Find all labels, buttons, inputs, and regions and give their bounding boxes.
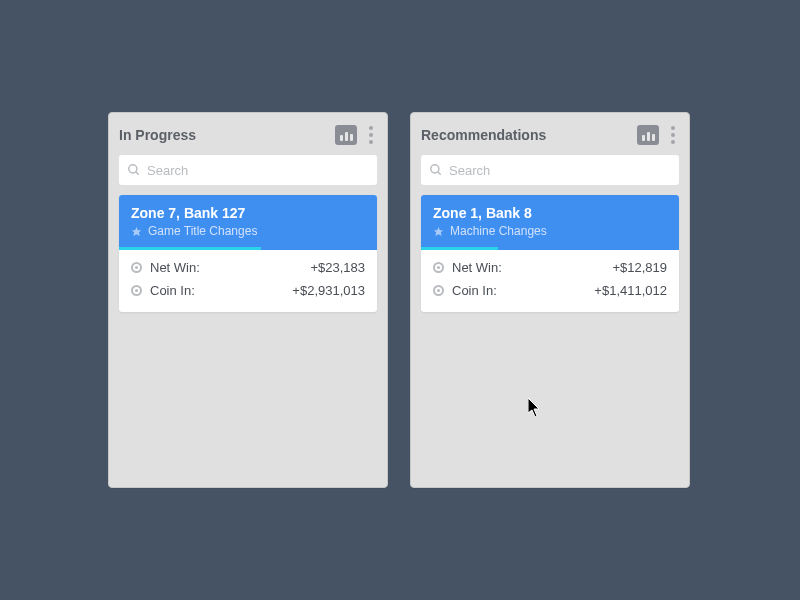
metric-label: Net Win: (452, 260, 502, 275)
more-icon-button[interactable] (667, 124, 679, 146)
bullet-icon (433, 262, 444, 273)
card-progress-done (421, 247, 498, 250)
bullet-icon (131, 262, 142, 273)
column-actions (637, 124, 679, 146)
metric-label: Coin In: (150, 283, 195, 298)
search-field[interactable] (119, 155, 377, 185)
metric-value: +$23,183 (310, 260, 365, 275)
search-input[interactable] (147, 163, 369, 178)
metric-value: +$1,411,012 (594, 283, 667, 298)
search-icon (127, 163, 141, 177)
search-field[interactable] (421, 155, 679, 185)
column-recommendations: Recommendations Zone 1, Bank 8 Machine C… (410, 112, 690, 488)
card-title: Zone 7, Bank 127 (131, 205, 365, 221)
card-subtitle-row: Game Title Changes (131, 224, 365, 238)
svg-point-0 (129, 165, 137, 173)
chart-icon-button[interactable] (335, 125, 357, 145)
column-header: Recommendations (421, 123, 679, 147)
star-icon (433, 226, 444, 237)
column-actions (335, 124, 377, 146)
column-in-progress: In Progress Zone 7, Bank 127 Game Title … (108, 112, 388, 488)
star-icon (131, 226, 142, 237)
card-title: Zone 1, Bank 8 (433, 205, 667, 221)
card-body: Net Win: +$23,183 Coin In: +$2,931,013 (119, 250, 377, 312)
bullet-icon (433, 285, 444, 296)
column-title: In Progress (119, 127, 196, 143)
search-input[interactable] (449, 163, 671, 178)
card-subtitle-row: Machine Changes (433, 224, 667, 238)
metric-row: Net Win: +$12,819 (433, 256, 667, 279)
card-header: Zone 1, Bank 8 Machine Changes (421, 195, 679, 247)
card[interactable]: Zone 1, Bank 8 Machine Changes Net Win: … (421, 195, 679, 312)
column-header: In Progress (119, 123, 377, 147)
svg-line-4 (438, 172, 441, 175)
metric-row: Coin In: +$1,411,012 (433, 279, 667, 302)
svg-line-1 (136, 172, 139, 175)
card-subtitle: Game Title Changes (148, 224, 257, 238)
card-progress-done (119, 247, 261, 250)
board: In Progress Zone 7, Bank 127 Game Title … (108, 112, 690, 488)
card-subtitle: Machine Changes (450, 224, 547, 238)
card[interactable]: Zone 7, Bank 127 Game Title Changes Net … (119, 195, 377, 312)
search-icon (429, 163, 443, 177)
column-title: Recommendations (421, 127, 546, 143)
card-header: Zone 7, Bank 127 Game Title Changes (119, 195, 377, 247)
metric-value: +$2,931,013 (292, 283, 365, 298)
card-body: Net Win: +$12,819 Coin In: +$1,411,012 (421, 250, 679, 312)
metric-value: +$12,819 (612, 260, 667, 275)
svg-marker-2 (132, 226, 141, 235)
metric-label: Coin In: (452, 283, 497, 298)
more-icon-button[interactable] (365, 124, 377, 146)
metric-label: Net Win: (150, 260, 200, 275)
metric-row: Coin In: +$2,931,013 (131, 279, 365, 302)
chart-icon-button[interactable] (637, 125, 659, 145)
svg-point-3 (431, 165, 439, 173)
bullet-icon (131, 285, 142, 296)
metric-row: Net Win: +$23,183 (131, 256, 365, 279)
svg-marker-5 (434, 226, 443, 235)
